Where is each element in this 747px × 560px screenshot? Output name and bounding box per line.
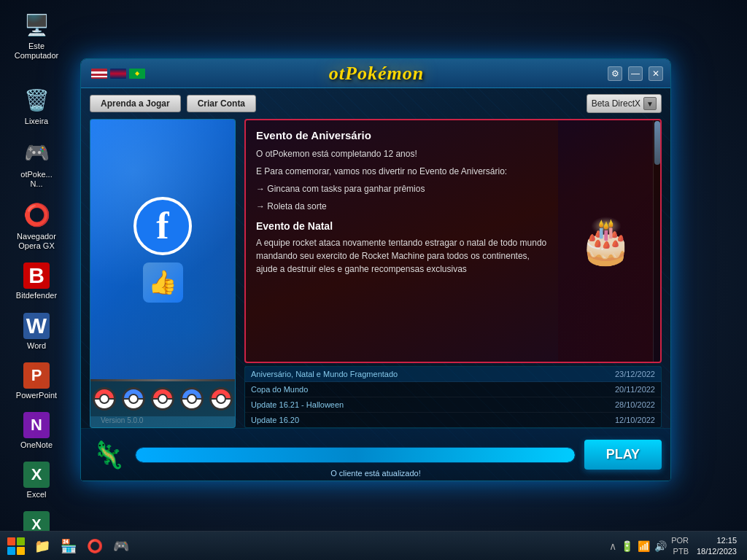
version-label: Version 5.0.0 — [96, 415, 236, 426]
play-button[interactable]: PLAY — [584, 440, 662, 470]
nav-row: Aprenda a Jogar Criar Conta Beta DirectX… — [81, 88, 670, 119]
pokeball-1[interactable] — [93, 387, 116, 411]
social-panel: f 👍 Version 5.0.0 — [90, 119, 236, 428]
news-list-item-3[interactable]: Update 16.20 12/10/2022 — [245, 413, 661, 427]
taskbar-opera[interactable]: ⭕ — [83, 534, 107, 558]
news-main-title: Evento de Aniversário — [256, 129, 548, 141]
status-text: O cliente está atualizado! — [330, 469, 421, 478]
flag-unknown[interactable] — [110, 69, 126, 79]
taskbar: 📁 🏪 ⭕ 🎮 ∧ 🔋 📶 🔊 POR PTB 12:15 18/12/2023 — [0, 531, 747, 560]
news-main-box: Evento de Aniversário O otPokemon está c… — [244, 119, 662, 363]
facebook-like-icon[interactable]: 👍 — [143, 262, 183, 303]
pokemon-emoji: 🎂 — [578, 215, 633, 267]
title-bar-controls: ⚙ — ✕ — [608, 66, 663, 81]
close-button[interactable]: ✕ — [649, 66, 663, 81]
tray-battery: 🔋 — [621, 540, 633, 552]
system-clock[interactable]: 12:15 18/12/2023 — [693, 535, 737, 556]
tray-volume[interactable]: 🔊 — [654, 540, 667, 552]
bitdefender-icon: B — [23, 262, 50, 289]
charmander-sprite: 🦎 — [90, 435, 126, 475]
version-select-arrow[interactable]: ▼ — [643, 97, 657, 110]
desktop: 🖥️ EsteComputador 🗑️ Lixeira 🎮 otPoke...… — [0, 0, 747, 560]
scrollbar-thumb[interactable] — [654, 121, 660, 165]
desktop-icon-label: otPoke...N... — [20, 170, 52, 189]
news-item-date-3: 12/10/2022 — [615, 416, 655, 424]
app-window: otPokémon ⚙ — ✕ Aprenda a Jogar Criar Co… — [80, 58, 671, 481]
tray-chevron[interactable]: ∧ — [609, 540, 616, 552]
pokeball-2[interactable] — [122, 387, 145, 411]
pokeball-4[interactable] — [180, 387, 204, 411]
news-panel: Evento de Aniversário O otPokemon está c… — [244, 119, 662, 428]
facebook-logo[interactable]: f — [133, 197, 192, 255]
news-item-date-2: 28/10/2022 — [615, 400, 655, 409]
desktop-icon-label: PowerPoint — [16, 391, 57, 400]
news-list: Aniversário, Natal e Mundo Fragmentado 2… — [244, 366, 662, 428]
news-body: O otPokemon está completando 12 anos! E … — [256, 147, 548, 213]
pokeball-5[interactable] — [209, 387, 233, 411]
desktop-icon-lixeira[interactable]: 🗑️ Lixeira — [7, 82, 66, 129]
version-select[interactable]: Beta DirectX ▼ — [587, 94, 662, 113]
news-item-date-1: 20/11/2022 — [615, 385, 655, 394]
pokeball-3[interactable] — [151, 387, 174, 411]
scrollbar[interactable] — [653, 120, 660, 362]
desktop-icon-label: EsteComputador — [15, 42, 59, 61]
register-button[interactable]: Criar Conta — [187, 95, 256, 112]
desktop-icon-este-computador[interactable]: 🖥️ EsteComputador — [7, 7, 66, 63]
news-list-item-0[interactable]: Aniversário, Natal e Mundo Fragmentado 2… — [245, 367, 661, 382]
desktop-icon-bitdefender[interactable]: B Bitdefender — [7, 260, 66, 303]
language-code: POR — [671, 535, 689, 545]
pokemon-art-area: 🎂 — [558, 120, 653, 362]
bottom-bar: 🦎 PLAY O cliente está atualizado! — [81, 428, 670, 481]
progress-bar-container — [135, 447, 576, 463]
main-content: f 👍 Version 5.0.0 — [81, 119, 670, 428]
desktop-icon-powerpoint[interactable]: P PowerPoint — [7, 359, 66, 403]
language-indicator[interactable]: POR PTB — [671, 535, 689, 556]
news-body-p3: → Gincana com tasks para ganhar prêmios — [256, 182, 548, 195]
progress-bar-fill — [136, 448, 575, 462]
news-list-item-2[interactable]: Update 16.21 - Halloween 28/10/2022 — [245, 397, 661, 413]
flag-us[interactable] — [91, 69, 107, 79]
news-body-p4: → Roleta da sorte — [256, 200, 548, 213]
keyboard-layout: PTB — [671, 546, 689, 556]
excel-icon: X — [23, 462, 50, 488]
window-body: Aprenda a Jogar Criar Conta Beta DirectX… — [81, 88, 670, 481]
desktop-icon-excel[interactable]: X Excel — [7, 459, 66, 502]
desktop-icon-label: NavegadorOpera GX — [17, 232, 56, 251]
desktop-icon-opera[interactable]: ⭕ NavegadorOpera GX — [7, 198, 66, 254]
desktop-icon-label: Lixeira — [25, 117, 48, 126]
desktop-icon-label: OneNote — [20, 440, 53, 450]
news-second-title: Evento de Natal — [256, 220, 548, 232]
desktop-icon-onenote[interactable]: N OneNote — [7, 409, 66, 453]
desktop-icons: 🖥️ EsteComputador 🗑️ Lixeira 🎮 otPoke...… — [7, 7, 66, 552]
title-bar: otPokémon ⚙ — ✕ — [81, 59, 670, 88]
news-body-p1: O otPokemon está completando 12 anos! — [256, 147, 548, 160]
news-item-date-0: 23/12/2022 — [615, 370, 655, 378]
desktop-icon-word[interactable]: W Word — [7, 310, 66, 354]
clock-time: 12:15 — [693, 535, 737, 545]
start-button[interactable] — [4, 534, 28, 558]
taskbar-file-explorer[interactable]: 📁 — [31, 534, 54, 558]
language-flags — [91, 69, 145, 79]
trash-icon: 🗑️ — [22, 85, 51, 114]
desktop-icon-label: Word — [27, 341, 46, 351]
desktop-icon-otpokemon[interactable]: 🎮 otPoke...N... — [7, 136, 66, 192]
windows-logo — [7, 537, 25, 555]
opera-icon: ⭕ — [22, 201, 51, 230]
flag-br[interactable] — [129, 69, 145, 79]
minimize-button[interactable]: — — [628, 66, 643, 81]
news-second-body: A equipe rocket ataca novamente tentando… — [256, 236, 548, 276]
learn-button[interactable]: Aprenda a Jogar — [90, 95, 181, 112]
news-item-title-2: Update 16.21 - Halloween — [251, 400, 344, 409]
version-select-label: Beta DirectX — [592, 98, 640, 109]
powerpoint-icon: P — [23, 362, 50, 389]
taskbar-otpokemon-active[interactable]: 🎮 — [109, 534, 133, 558]
facebook-image-area: f 👍 — [90, 120, 235, 379]
news-list-item-1[interactable]: Copa do Mundo 20/11/2022 — [245, 382, 661, 397]
taskbar-microsoft-store[interactable]: 🏪 — [57, 534, 80, 558]
title-bar-center: otPokémon — [145, 63, 608, 85]
tray-network: 📶 — [638, 540, 650, 552]
system-tray: ∧ 🔋 📶 🔊 POR PTB 12:15 18/12/2023 — [603, 535, 743, 556]
settings-button[interactable]: ⚙ — [608, 66, 622, 81]
computer-icon: 🖥️ — [22, 10, 51, 39]
news-item-title-3: Update 16.20 — [251, 416, 299, 424]
